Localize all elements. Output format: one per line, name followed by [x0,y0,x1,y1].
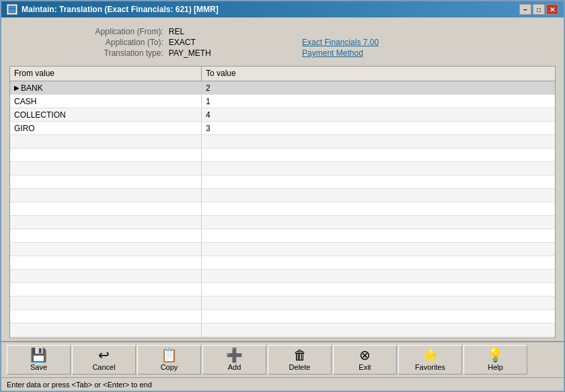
save-icon: 💾 [30,348,47,362]
toolbar: 💾Save↩Cancel📋Copy➕Add🗑Delete⊗Exit⭐Favori… [1,341,564,377]
add-label: Add [228,363,241,371]
table-header: From value To value [10,67,555,81]
add-icon: ➕ [226,348,243,362]
table-row[interactable] [10,323,555,337]
cell-from: CASH [10,95,202,108]
window-icon [7,4,17,15]
app-to-value: EXACT [169,38,297,47]
cell-from: GIRO [10,122,202,134]
save-button[interactable]: 💾Save [7,345,71,375]
cell-from [10,310,202,323]
app-from-label: Application (From): [9,27,163,36]
minimize-button[interactable]: – [519,4,531,15]
col-to-header: To value [202,67,555,81]
app-from-value: REL [169,27,297,36]
table-row[interactable] [10,229,555,243]
cell-to [202,297,555,309]
cell-to: 2 [202,81,555,94]
cell-to [202,162,555,175]
favorites-icon: ⭐ [422,348,439,362]
table-row[interactable] [10,270,555,283]
main-content: Application (From): REL Application (To)… [1,17,564,341]
table-row[interactable] [10,162,555,175]
table-body[interactable]: ▶BANK2CASH1COLLECTION4GIRO3 [10,81,555,338]
app-to-label: Application (To): [9,38,163,47]
table-row[interactable]: CASH1 [10,95,555,108]
exit-button[interactable]: ⊗Exit [333,345,397,375]
cell-from: COLLECTION [10,108,202,121]
cell-from [10,189,202,202]
table-row[interactable] [10,135,555,149]
cell-from [10,216,202,229]
cancel-button[interactable]: ↩Cancel [72,345,136,375]
cell-from [10,283,202,296]
cell-from [10,162,202,175]
trans-type-label: Translation type: [9,48,163,58]
table-row[interactable] [10,189,555,202]
favorites-label: Favorites [415,363,445,371]
table-row[interactable] [10,337,555,338]
table-row[interactable] [10,243,555,256]
cell-to [202,189,555,202]
help-label: Help [488,363,503,371]
cell-from [10,323,202,336]
cell-to [202,323,555,336]
col-from-header: From value [10,67,202,81]
cell-from [10,135,202,148]
copy-icon: 📋 [161,348,178,362]
table-row[interactable]: GIRO3 [10,122,555,135]
table-row[interactable] [10,202,555,216]
cell-from [10,175,202,188]
copy-button[interactable]: 📋Copy [137,345,201,375]
app-to-extra[interactable]: Exact Financials 7.00 [302,38,464,47]
cancel-icon: ↩ [98,348,110,362]
main-window: Maintain: Translation (Exact Financials:… [0,0,565,392]
cell-from [10,256,202,269]
data-table: From value To value ▶BANK2CASH1COLLECTIO… [9,66,556,338]
cell-from [10,202,202,215]
cell-to [202,175,555,188]
cell-to [202,310,555,323]
table-row[interactable] [10,149,555,162]
delete-icon: 🗑 [293,348,307,362]
cell-to: 4 [202,108,555,121]
table-row[interactable] [10,283,555,297]
title-bar: Maintain: Translation (Exact Financials:… [1,1,564,17]
exit-label: Exit [359,363,371,371]
table-row[interactable] [10,216,555,229]
cell-to [202,229,555,242]
help-button[interactable]: 💡Help [463,345,527,375]
favorites-button[interactable]: ⭐Favorites [398,345,462,375]
status-text: Enter data or press <Tab> or <Enter> to … [7,381,152,389]
cell-to: 1 [202,95,555,108]
cell-from [10,229,202,242]
cell-from [10,297,202,309]
cell-to [202,216,555,229]
cell-to [202,283,555,296]
table-row[interactable] [10,175,555,189]
delete-label: Delete [289,363,311,371]
cell-to [202,149,555,161]
cell-from [10,337,202,338]
close-button[interactable]: ✕ [546,4,558,15]
svg-rect-0 [9,6,15,13]
restore-button[interactable]: □ [533,4,545,15]
table-row[interactable] [10,310,555,323]
cell-to [202,202,555,215]
table-row[interactable] [10,297,555,310]
form-fields: Application (From): REL Application (To)… [9,24,556,61]
add-button[interactable]: ➕Add [202,345,266,375]
cancel-label: Cancel [92,363,115,371]
exit-icon: ⊗ [359,348,371,362]
status-bar: Enter data or press <Tab> or <Enter> to … [1,377,564,391]
delete-button[interactable]: 🗑Delete [268,345,332,375]
help-icon: 💡 [487,348,504,362]
cell-from [10,243,202,256]
table-row[interactable]: ▶BANK2 [10,81,555,95]
trans-type-link[interactable]: Payment Method [302,48,464,58]
cell-to [202,270,555,282]
copy-label: Copy [161,363,178,371]
cell-to [202,135,555,148]
table-row[interactable] [10,256,555,270]
table-row[interactable]: COLLECTION4 [10,108,555,122]
